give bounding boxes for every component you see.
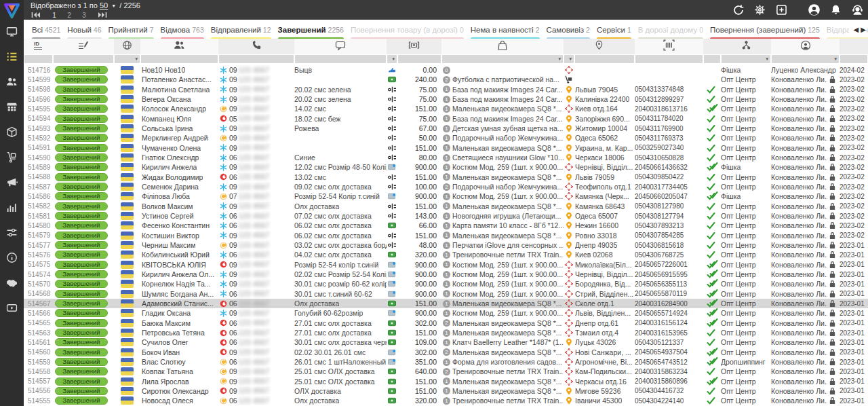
filter-input-address[interactable]: [575, 55, 634, 63]
last-page-icon[interactable]: [97, 12, 108, 19]
filter-dropdown-product[interactable]: ▾: [442, 55, 563, 63]
filter-dropdown-manager[interactable]: ▾: [772, 55, 839, 63]
column-header-country[interactable]: [114, 39, 140, 54]
first-page-icon[interactable]: [31, 12, 41, 19]
column-header-check[interactable]: [703, 39, 721, 54]
table-row[interactable]: 514574ЗавершенийКирилич Анжела Ол...0912…: [24, 270, 868, 279]
filter-input-customer[interactable]: [141, 55, 218, 63]
column-header-status[interactable]: [53, 39, 114, 54]
table-row[interactable]: 514565ЗавершенийБаюка Максим06123 456727…: [24, 318, 868, 328]
tab-нема-в-наявності[interactable]: Нема в наявності2: [471, 20, 540, 39]
sidebar-item-video-help[interactable]: [6, 303, 18, 315]
tab-самовивіз[interactable]: Самовивіз2: [547, 20, 590, 39]
tab-повернення-завершений-[interactable]: Повернення (завершений)125: [710, 20, 820, 39]
table-row[interactable]: 514591ЗавершенийЧумаченко Олена09123 456…: [24, 143, 868, 153]
filter-dropdown-country[interactable]: ▾: [115, 55, 140, 63]
table-row[interactable]: 514596ЗавершенийВегера Оксана09123 45672…: [24, 94, 868, 104]
profile-icon[interactable]: [808, 3, 821, 16]
filter-input-status[interactable]: [54, 55, 113, 63]
table-row[interactable]: 514582ЗавершенийВолков Максим09123 4567О…: [24, 202, 868, 211]
filter-dropdown-payment[interactable]: ▾: [387, 55, 397, 63]
column-header-ttn[interactable]: [635, 39, 703, 54]
table-row[interactable]: 514577ЗавершенийЧерниш Максим09123 45670…: [24, 240, 868, 250]
table-row[interactable]: 514566ЗавершенийГладик Оксана09123 4567Г…: [24, 308, 868, 318]
table-row[interactable]: 514559ЗавершенийВлас Слотюу06123 456726.…: [24, 357, 868, 367]
column-header-product[interactable]: [441, 39, 564, 54]
column-header-source[interactable]: [721, 39, 771, 54]
filter-dropdown-address[interactable]: ▾: [564, 55, 574, 63]
table-row[interactable]: 514588ЗавершенийЖидак Володимир06123 456…: [24, 172, 868, 182]
table-row[interactable]: 514587ЗавершенийСеменюк Дарина09123 4567…: [24, 182, 868, 191]
table-row[interactable]: 514599ЗавершенийПотапенко Анастас...0912…: [24, 75, 868, 84]
filter-input-date[interactable]: [840, 55, 867, 63]
table-row[interactable]: 514598ЗавершенийМалютина Светлана09123 4…: [24, 85, 868, 94]
table-row[interactable]: 514561ЗавершенийСучилов Олег06123 456730…: [24, 337, 868, 347]
filter-input-comment[interactable]: [295, 55, 386, 63]
sidebar-item-statistics[interactable]: [6, 203, 18, 215]
tab-прийнятий[interactable]: Прийнятий7: [108, 20, 154, 39]
table-row[interactable]: 514589ЗавершенийКирилич Анжела09123 4567…: [24, 162, 868, 172]
column-header-manager[interactable]: [771, 39, 840, 54]
table-row[interactable]: 514560ЗавершенийБокоч Иван09123 456702.0…: [24, 348, 868, 357]
tab-повернення-товару-в-дорозі-[interactable]: Повернення товару (в дорозі)0: [351, 20, 464, 39]
column-header-customer[interactable]: [140, 39, 218, 54]
sidebar-item-store[interactable]: [6, 103, 18, 114]
sidebar-item-purchases[interactable]: [6, 153, 18, 164]
column-header-id[interactable]: ID: [24, 39, 53, 54]
refresh-icon[interactable]: [732, 3, 745, 16]
tabs-scroll-left-icon[interactable]: ◀: [854, 26, 859, 33]
tab-в-дорозі-додому[interactable]: В дорозі додому0: [638, 20, 703, 39]
table-row[interactable]: 514595ЗавершенийКолосок Александр09123 4…: [24, 104, 868, 113]
filter-input-id[interactable]: [24, 55, 52, 63]
page-size-dropdown[interactable]: 50: [100, 1, 108, 10]
table-row[interactable]: 514579ЗавершенийКостишин Виктор09123 456…: [24, 231, 868, 240]
page-size-caret-icon[interactable]: ▼: [111, 3, 116, 8]
filter-input-phone[interactable]: [219, 55, 294, 63]
tab-відмова[interactable]: Відмова763: [161, 20, 204, 39]
table-row[interactable]: 514576ЗавершенийКобилинський Юрий06123 4…: [24, 250, 868, 259]
app-logo-icon[interactable]: [3, 2, 21, 20]
sidebar-item-info[interactable]: [6, 253, 18, 265]
sidebar-item-dashboard[interactable]: [6, 27, 18, 39]
sidebar-item-settings[interactable]: [6, 228, 18, 240]
add-widget-icon[interactable]: [775, 3, 788, 16]
column-header-address[interactable]: [564, 39, 635, 54]
filter-input-payment[interactable]: [398, 55, 441, 63]
table-row[interactable]: 514580ЗавершенийФесенко Константин06123 …: [24, 221, 868, 230]
sidebar-item-products[interactable]: [6, 128, 18, 139]
column-header-comment[interactable]: [294, 39, 387, 54]
gear-icon[interactable]: [753, 3, 766, 16]
table-row[interactable]: 514568ЗавершенийШумляс Богдана Ан...0612…: [24, 289, 868, 299]
sidebar-item-orders[interactable]: [6, 52, 18, 64]
table-row[interactable]: 514556ЗавершенийСиротюк Олександр09123 4…: [24, 386, 868, 396]
table-row[interactable]: 514716ЗавершенийНов10 Нов1009123 4567Выц…: [24, 65, 868, 75]
tabs-scroll-right-icon[interactable]: ▶: [861, 26, 866, 33]
filter-dropdown-source[interactable]: ▾: [722, 55, 770, 63]
notifications-bell-icon[interactable]: [829, 3, 842, 16]
filter-input-ttn[interactable]: [635, 55, 703, 63]
filter-input-check[interactable]: [704, 55, 720, 63]
tab-сервіси[interactable]: Сервіси1: [597, 20, 631, 39]
tab-всі[interactable]: Всі4521: [32, 20, 60, 39]
table-row[interactable]: 514592ЗавершенийМерклингер Андрей09123 4…: [24, 133, 868, 143]
table-row[interactable]: 514593ЗавершенийСольська Ірина09123 4567…: [24, 124, 868, 133]
table-row[interactable]: 514586ЗавершенийФіліпова Люба07123 4567Р…: [24, 191, 868, 201]
tab-завершений[interactable]: Завершений2256: [278, 20, 344, 39]
table-row[interactable]: 514594ЗавершенийКомпанец Юля05123 456718…: [24, 114, 868, 124]
column-header-date[interactable]: [840, 39, 868, 54]
page-number-1[interactable]: 1: [47, 12, 62, 19]
support-headset-icon[interactable]: [851, 3, 864, 16]
sidebar-item-customers[interactable]: [6, 77, 18, 89]
tab-відправлений[interactable]: Відправлений12: [211, 20, 271, 39]
page-number-3[interactable]: 3: [77, 12, 92, 19]
sidebar-item-marketing[interactable]: [6, 178, 18, 189]
table-row[interactable]: 514563ЗавершенийПетровська Тетяна06123 4…: [24, 328, 868, 337]
table-row[interactable]: 514590ЗавершенийГнатюк Олексндр06123 456…: [24, 153, 868, 162]
tab-новый[interactable]: Новый46: [67, 20, 101, 39]
table-row[interactable]: 514567ЗавершенийАдамовский Станис...0612…: [24, 299, 868, 308]
column-header-phone[interactable]: [218, 39, 294, 54]
column-header-payment[interactable]: [387, 39, 441, 54]
page-number-2[interactable]: 2: [62, 12, 77, 19]
table-row[interactable]: 514557ЗавершенийЛила Ярослав09123 456725…: [24, 377, 868, 386]
table-row[interactable]: 514570ЗавершенийКорнелюк Надія Та...0912…: [24, 279, 868, 289]
